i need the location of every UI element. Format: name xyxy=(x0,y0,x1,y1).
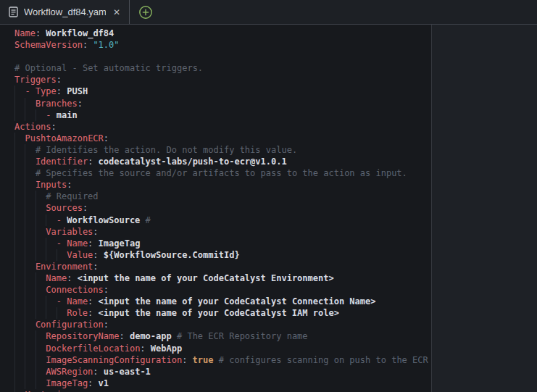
code-token-key: Name xyxy=(46,273,67,283)
code-token-comment: # The ECR Repository name xyxy=(177,331,308,341)
indent-guides xyxy=(14,354,46,366)
code-token-dash: - xyxy=(46,110,56,120)
code-line-22: Connections: xyxy=(0,284,431,296)
code-token-key: Triggers xyxy=(14,75,57,85)
code-line-4: Triggers: xyxy=(0,74,431,86)
code-token-punc: : xyxy=(104,320,109,330)
code-token-punc: : xyxy=(83,203,88,213)
code-token-punc: : xyxy=(93,262,98,272)
code-line-19: Value: ${WorkflowSource.CommitId} xyxy=(0,249,431,261)
code-token-punc: : xyxy=(140,343,145,354)
new-tab-button[interactable] xyxy=(130,0,162,24)
plus-circle-icon xyxy=(138,5,153,20)
code-line-26: RepositoryName: demo-app # The ECR Repos… xyxy=(0,330,431,342)
code-token-comment: # Optional - Set automatic triggers. xyxy=(14,63,203,73)
code-line-23: - Name: <input the name of your CodeCata… xyxy=(0,296,431,307)
code-line-14: # Required xyxy=(0,191,431,202)
code-token-key: Type xyxy=(36,86,57,96)
editor-window: Workflow_df84.yaml ✕ Name: Workflow_df84… xyxy=(0,0,537,392)
code-token-key: Sources xyxy=(46,203,83,213)
code-line-25: Configuration: xyxy=(0,319,431,330)
code-line-17: Variables: xyxy=(0,226,431,238)
code-line-9: PushtoAmazonECR: xyxy=(0,133,431,144)
indent-guides xyxy=(14,330,46,342)
indent-guides xyxy=(14,238,57,249)
code-token-value: us-east-1 xyxy=(99,367,151,377)
right-panel xyxy=(432,25,537,392)
code-token-key: ImageTag xyxy=(46,378,88,388)
indent-guides xyxy=(14,179,36,191)
indent-guides xyxy=(14,109,46,121)
code-token-string: "1.0" xyxy=(88,40,119,50)
code-token-key: RepositoryName xyxy=(46,331,119,341)
code-token-key: AWSRegion xyxy=(46,367,93,377)
code-token-key: Configuration xyxy=(36,320,104,330)
code-line-3: # Optional - Set automatic triggers. xyxy=(0,62,431,74)
indent-guides xyxy=(14,307,67,319)
indent-guides xyxy=(14,214,57,226)
code-line-1: SchemaVersion: "1.0" xyxy=(0,39,431,51)
indent-guides xyxy=(14,319,36,330)
code-content: Name: Workflow_df84SchemaVersion: "1.0"#… xyxy=(0,28,431,392)
code-token-punc: : xyxy=(93,367,98,377)
code-line-15: Sources: xyxy=(0,202,431,214)
code-token-value: WorkflowSource xyxy=(67,215,145,225)
code-token-key: Role xyxy=(67,308,88,318)
code-line-30: ImageTag: v1 xyxy=(0,378,431,389)
code-token-punc: : xyxy=(93,227,98,237)
code-token-key: ImageScanningConfiguration xyxy=(46,355,182,365)
code-token-value: demo-app xyxy=(125,331,177,341)
code-token-value: v1 xyxy=(93,378,109,388)
indent-guides xyxy=(14,284,46,296)
code-line-16: - WorkflowSource # xyxy=(0,214,431,226)
code-token-punc: : xyxy=(57,75,62,85)
indent-guides xyxy=(14,272,46,284)
indent-guides xyxy=(14,133,25,144)
code-line-24: Role: <input the name of your CodeCataly… xyxy=(0,307,431,319)
code-token-comment: # xyxy=(146,215,151,225)
code-token-key: SchemaVersion xyxy=(14,40,83,50)
code-line-5: - Type: PUSH xyxy=(0,86,431,97)
code-token-key: PushtoAmazonECR xyxy=(25,133,103,143)
code-line-21: Name: <input the name of your CodeCataly… xyxy=(0,272,431,284)
indent-guides xyxy=(14,366,46,378)
code-token-key: DockerfileLocation xyxy=(46,343,140,354)
code-token-value: <input the name of your CodeCatalyst Env… xyxy=(72,273,333,283)
code-token-punc: : xyxy=(51,122,57,132)
code-token-value: PUSH xyxy=(62,86,88,96)
file-document-icon xyxy=(9,7,18,17)
code-token-value: codecatalyst-labs/push-to-ecr@v1.0.1 xyxy=(93,157,286,167)
code-line-13: Inputs: xyxy=(0,179,431,191)
code-line-28: ImageScanningConfiguration: true # confi… xyxy=(0,354,431,366)
code-token-comment: # Identifies the action. Do not modify t… xyxy=(36,145,297,155)
code-line-6: Branches: xyxy=(0,98,431,109)
code-token-bool: true xyxy=(187,355,218,365)
indent-guides xyxy=(14,167,36,179)
close-tab-icon[interactable]: ✕ xyxy=(112,7,122,17)
code-token-key: Branches xyxy=(36,99,78,109)
code-token-value: WebApp xyxy=(146,343,183,354)
code-line-10: # Identifies the action. Do not modify t… xyxy=(0,144,431,156)
code-token-punc: : xyxy=(104,133,109,143)
code-token-comment: # Required xyxy=(46,191,98,201)
code-editor[interactable]: Name: Workflow_df84SchemaVersion: "1.0"#… xyxy=(0,25,537,392)
code-token-dash: - xyxy=(25,86,35,96)
indent-guides xyxy=(14,202,46,214)
tab-workflow-yaml[interactable]: Workflow_df84.yaml ✕ xyxy=(0,0,130,24)
indent-guides xyxy=(14,343,46,354)
code-line-12: # Specifies the source and/or artifacts … xyxy=(0,167,431,179)
code-token-punc: : xyxy=(93,250,98,260)
code-token-key: Inputs xyxy=(36,180,67,190)
tab-bar: Workflow_df84.yaml ✕ xyxy=(0,0,537,25)
code-token-key: Name xyxy=(67,296,88,306)
code-token-punc: : xyxy=(119,331,124,341)
code-token-punc: : xyxy=(104,285,109,295)
code-token-dash: - xyxy=(57,296,67,306)
indent-guides xyxy=(14,389,25,392)
indent-guides xyxy=(14,191,46,202)
code-token-value: <input the name of your CodeCatalyst IAM… xyxy=(93,308,339,318)
editor-right-divider xyxy=(431,25,432,392)
indent-guides xyxy=(14,156,36,167)
code-token-comment: # Specifies the source and/or artifacts … xyxy=(36,168,407,178)
code-token-key: Variables xyxy=(46,227,93,237)
